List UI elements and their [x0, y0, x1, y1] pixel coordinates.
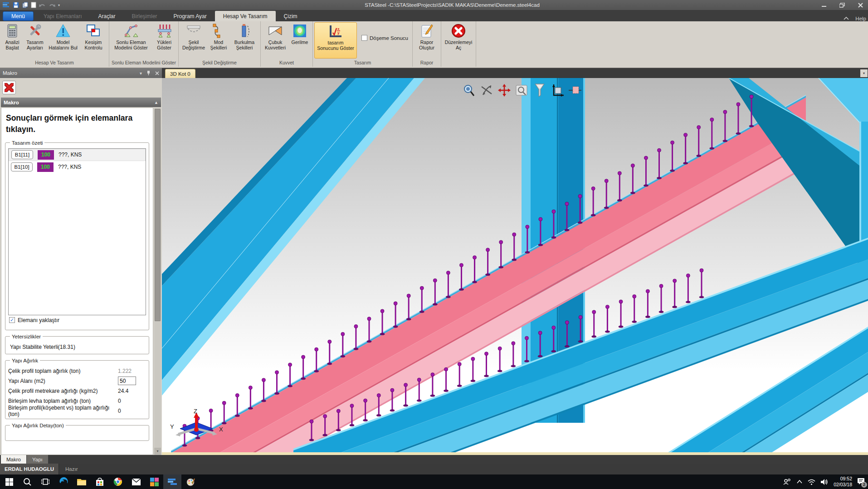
- pan-tool[interactable]: [498, 83, 511, 97]
- file-explorer-icon[interactable]: [73, 474, 91, 489]
- checkbox-box-icon: [361, 35, 367, 41]
- sekil-degistirme-button[interactable]: Şekil Değiştirme: [180, 22, 207, 58]
- paint-icon[interactable]: [181, 474, 200, 489]
- panel-scrollbar[interactable]: ▾: [154, 108, 161, 455]
- makro-toolbar: [0, 78, 162, 97]
- burkulma-sekilleri-button[interactable]: Burkulma Şekilleri: [230, 22, 259, 58]
- report-notepad-icon: [419, 23, 434, 39]
- cubuk-kuvvetleri-button[interactable]: Çubuk Kuvvetleri: [262, 22, 288, 58]
- edge-browser-icon[interactable]: [54, 474, 73, 489]
- tab-cizim[interactable]: Çizim: [276, 11, 306, 21]
- z-axis-label: Z: [194, 408, 197, 415]
- elemani-yaklastir-checkbox[interactable]: ✓ Elemanı yaklaştır: [8, 315, 146, 327]
- ribbon-group-rapor: Rapor Oluştur Rapor: [413, 21, 441, 67]
- minimize-button[interactable]: [820, 1, 828, 9]
- panel-tab-yapi[interactable]: Yapı: [27, 455, 48, 464]
- collapse-section-chevron-icon: ▲: [154, 100, 158, 105]
- stability-status-text: Yapı Stabilite Yeterli(18.31): [8, 342, 146, 351]
- scrollbar-down-arrow[interactable]: ▾: [154, 448, 161, 455]
- mail-icon[interactable]: [127, 474, 145, 489]
- tasarim-ayarlari-button[interactable]: Tasarım Ayarları: [23, 22, 47, 58]
- weight-row: Yapı Alanı (m2): [8, 376, 146, 386]
- rotate-view-tool[interactable]: [480, 83, 493, 97]
- taskbar-clock[interactable]: 09:52 02/03/18: [834, 476, 852, 488]
- search-button[interactable]: [18, 474, 36, 489]
- 3d-viewport[interactable]: Z Y X: [162, 78, 868, 452]
- volume-icon[interactable]: [821, 479, 828, 485]
- tab-program-ayar[interactable]: Program Ayar: [166, 11, 215, 21]
- save-button[interactable]: [13, 2, 19, 8]
- y-axis-label: Y: [170, 423, 174, 430]
- element-id-button[interactable]: B1[11]: [11, 150, 33, 159]
- yapi-agirlik-detay-groupbox: Yapı Ağırlık Detay(ton): [5, 423, 149, 441]
- undo-button[interactable]: [39, 2, 46, 8]
- weight-row: Birleşim profil(köşebent vs) toplam ağır…: [8, 406, 146, 416]
- microsoft-store-icon[interactable]: [91, 474, 109, 489]
- collapse-ribbon-chevron-icon[interactable]: [844, 17, 849, 20]
- panel-close-icon[interactable]: [155, 71, 159, 75]
- tray-chevron-up-icon[interactable]: [797, 480, 802, 484]
- zoom-window-tool[interactable]: [516, 83, 528, 97]
- new-file-button[interactable]: [31, 2, 36, 8]
- tasarim-sonucunu-goster-button[interactable]: x y tasarım Sonucunu Göster: [314, 22, 357, 59]
- tab-hesap-ve-tasarim[interactable]: Hesap Ve Tasarım: [215, 11, 276, 21]
- list-item[interactable]: B1[11] 100 ???, KNS: [9, 149, 146, 161]
- panel-tab-makro[interactable]: Makro: [1, 455, 26, 464]
- duzenlemeyi-ac-button[interactable]: Düzenlemeyi Aç: [443, 22, 474, 58]
- rapor-olustur-button[interactable]: Rapor Oluştur: [414, 22, 439, 58]
- tab-menu[interactable]: Menü: [3, 11, 34, 21]
- open-file-button[interactable]: [22, 2, 28, 8]
- model-hatalarini-bul-button[interactable]: Model Hatalarını Bul: [47, 22, 79, 58]
- doseme-sonucu-checkbox[interactable]: Döşeme Sonucu: [361, 35, 408, 41]
- mod-sekilleri-button[interactable]: Mod Şekilleri: [207, 22, 230, 58]
- stasteel-taskbar-icon[interactable]: [163, 474, 181, 489]
- sonlu-eleman-modelini-goster-button[interactable]: Sonlu Eleman Modelini Göster: [111, 22, 151, 58]
- wifi-icon[interactable]: [808, 479, 815, 485]
- ratio-badge: 100: [37, 162, 54, 172]
- yukleri-goster-button[interactable]: Yükleri Göster: [151, 22, 177, 58]
- close-button[interactable]: [856, 1, 864, 9]
- stress-contour-icon: [292, 23, 307, 39]
- filter-tool[interactable]: [533, 83, 546, 97]
- design-result-icon: x y: [328, 24, 343, 39]
- tab-araclar[interactable]: Araçlar: [90, 11, 124, 21]
- makro-panel-body: Sonuçları görmek için elemanlara tıklayı…: [1, 108, 153, 455]
- panel-pin-icon[interactable]: [146, 70, 151, 76]
- zoom-extents-tool[interactable]: [463, 83, 475, 97]
- restore-button[interactable]: [838, 1, 846, 9]
- scrollbar-thumb[interactable]: [155, 109, 161, 321]
- start-button[interactable]: [0, 474, 18, 489]
- viewport-tab-3d-kot-0[interactable]: 3D Kot 0: [165, 69, 195, 78]
- photos-icon[interactable]: [145, 474, 163, 489]
- tasarim-ozeti-groupbox: Tasarım özeti B1[11] 100 ???, KNS B1[10]…: [5, 140, 149, 330]
- deformation-icon: [186, 23, 201, 39]
- close-macro-button[interactable]: [2, 81, 16, 94]
- redo-button[interactable]: [49, 2, 55, 8]
- task-view-button[interactable]: [36, 474, 54, 489]
- help-link[interactable]: Help: [855, 16, 866, 21]
- qat-customize-chevron-icon[interactable]: ▾: [58, 3, 60, 7]
- analizi-baslat-button[interactable]: Analizi Başlat: [1, 22, 23, 58]
- element-id-button[interactable]: B1[10]: [11, 162, 33, 171]
- makro-section-header[interactable]: Makro ▲: [1, 98, 161, 107]
- design-summary-list[interactable]: B1[11] 100 ???, KNS B1[10] 100 ???, KNS: [8, 148, 146, 315]
- buckling-icon: [237, 23, 252, 39]
- people-icon[interactable]: [783, 479, 791, 485]
- tab-yapi-elemanlari: Yapı Elemanları: [35, 11, 90, 21]
- kesisim-kontrolu-button[interactable]: Kesişim Kontrolu: [79, 22, 107, 58]
- ucs-axes-tool[interactable]: [551, 83, 564, 97]
- weight-row: Çelik profil metrekare ağırlığı (kg/m2) …: [8, 386, 146, 396]
- 3d-scene: [162, 78, 868, 452]
- chrome-icon[interactable]: [109, 474, 127, 489]
- list-item[interactable]: B1[10] 100 ???, KNS: [9, 161, 146, 173]
- viewport-tab-list-dropdown[interactable]: ▾: [860, 69, 868, 77]
- system-tray: 09:52 02/03/18 2: [783, 476, 868, 488]
- action-center-icon[interactable]: 2: [858, 478, 865, 486]
- gerilme-button[interactable]: Gerilme: [288, 22, 311, 58]
- yapi-alani-input[interactable]: [118, 377, 136, 385]
- section-plane-tool[interactable]: [569, 83, 581, 97]
- instruction-message: Sonuçları görmek için elemanlara tıklayı…: [5, 110, 149, 140]
- makro-panel: Makro ▾ Makro ▲: [0, 68, 162, 455]
- ribbon-group-tasarim: x y tasarım Sonucunu Göster Döşeme Sonuc…: [313, 21, 413, 67]
- panel-menu-chevron-icon[interactable]: ▾: [140, 71, 142, 76]
